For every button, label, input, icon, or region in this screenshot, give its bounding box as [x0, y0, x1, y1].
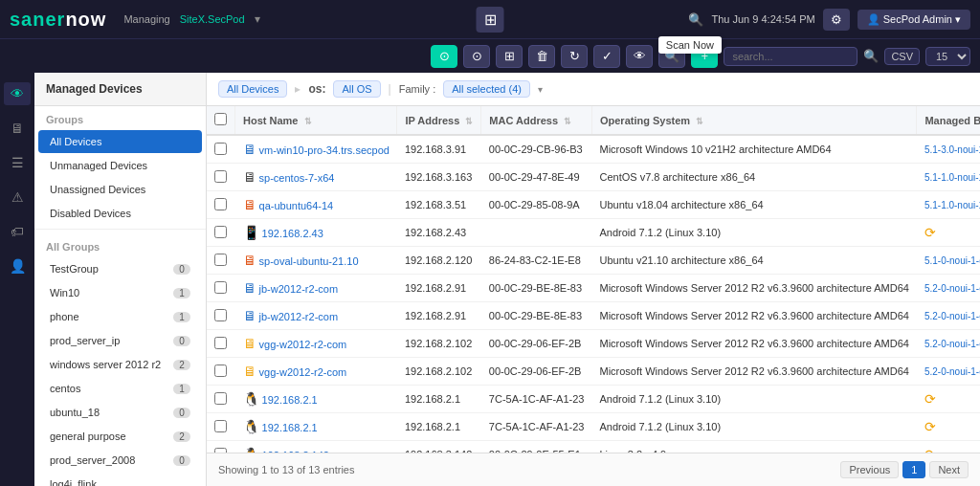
- toolbar-eye-btn[interactable]: 👁: [626, 45, 653, 68]
- managed-by-link[interactable]: 5.2-0-noui-1-exe-x86: [924, 283, 980, 294]
- side-icon-person[interactable]: 👤: [4, 254, 31, 277]
- col-hostname[interactable]: Host Name ⇅: [235, 106, 397, 135]
- search-input[interactable]: [724, 47, 858, 66]
- host-link[interactable]: 192.168.2.1: [262, 422, 318, 433]
- rows-per-page-select[interactable]: 15 25 50: [925, 47, 970, 66]
- managed-by-link[interactable]: 5.1-3.0-noui-1-exe-x86: [924, 144, 980, 155]
- managed-by-link[interactable]: 5.2-0-noui-1-exe-x86: [924, 339, 980, 349]
- side-icon-monitor[interactable]: 🖥: [4, 117, 31, 140]
- sidebar-item-phone[interactable]: phone1: [38, 305, 202, 328]
- toolbar-check-btn[interactable]: ✓: [593, 45, 620, 68]
- managed-by-link[interactable]: 5.2-0-noui-1-exe-x86: [924, 311, 980, 321]
- col-os[interactable]: Operating System ⇅: [591, 106, 916, 135]
- col-mac[interactable]: MAC Address ⇅: [481, 106, 592, 135]
- all-devices-filter[interactable]: All Devices: [218, 80, 287, 98]
- host-link[interactable]: jb-w2012-r2-com: [259, 311, 339, 322]
- sidebar-item-centos[interactable]: centos1: [38, 377, 202, 400]
- group-label: log4j_flink: [50, 478, 97, 486]
- row-checkbox[interactable]: [214, 226, 227, 238]
- groups-list: TestGroup0Win101phone1prod_server_ip0win…: [34, 257, 206, 486]
- table-row: 🐧 192.168.3.142 192.168.3.142 00-0C-29-0…: [207, 441, 980, 453]
- search-nav-icon[interactable]: 🔍: [688, 12, 703, 27]
- host-link[interactable]: sp-centos-7-x64: [259, 172, 335, 184]
- toolbar-refresh-btn[interactable]: ↻: [561, 45, 588, 68]
- linux-icon: 🐧: [243, 391, 259, 407]
- os-cell: Microsoft Windows Server 2012 R2 v6.3.96…: [591, 330, 916, 358]
- row-checkbox[interactable]: [214, 254, 227, 266]
- toolbar-assess-btn[interactable]: ⊙: [463, 45, 490, 68]
- host-link[interactable]: vm-win10-pro-34.trs.secpod: [259, 144, 390, 156]
- nav-right: 🔍 Thu Jun 9 4:24:54 PM ⚙ 👤 SecPod Admin …: [688, 9, 970, 31]
- row-checkbox[interactable]: [214, 281, 227, 294]
- row-checkbox[interactable]: [214, 364, 227, 377]
- row-checkbox[interactable]: [214, 309, 227, 321]
- sidebar-item-log4j_flink[interactable]: log4j_flink: [38, 473, 202, 486]
- mac-cell: 00-0C-29-CB-96-B3: [481, 135, 592, 164]
- sort-ip-icon: ⇅: [465, 117, 473, 126]
- table-container: Host Name ⇅ IP Address ⇅ MAC Address ⇅ O…: [207, 106, 980, 453]
- os-cell: Ubuntu v21.10 architecture x86_64: [591, 247, 916, 275]
- grid-menu-button[interactable]: ⊞: [477, 7, 504, 33]
- date-time: Thu Jun 9 4:24:54 PM: [711, 13, 814, 25]
- settings-button[interactable]: ⚙: [823, 9, 850, 31]
- managed-by-link[interactable]: 5.1-1.0-noui-1-dpkg-x64: [924, 200, 980, 210]
- table-footer: Showing 1 to 13 of 13 entries Previous 1…: [207, 453, 980, 486]
- sidebar-item-windows-server-2012-r2[interactable]: windows server 2012 r22: [38, 353, 202, 376]
- host-link[interactable]: 192.168.2.43: [262, 228, 323, 239]
- managed-by-link[interactable]: 5.2-0-noui-1-exe-x86: [924, 366, 980, 377]
- family-dropdown-icon[interactable]: ▾: [538, 84, 543, 95]
- row-checkbox[interactable]: [214, 337, 227, 349]
- row-checkbox[interactable]: [214, 420, 227, 432]
- family-filter-value[interactable]: All selected (4): [443, 80, 530, 98]
- site-dropdown-icon[interactable]: ▾: [255, 12, 260, 26]
- host-cell: 🖥 qa-ubuntu64-14: [235, 191, 397, 219]
- group-label: prod_server_ip: [50, 335, 120, 346]
- sidebar-item-win10[interactable]: Win101: [38, 281, 202, 304]
- host-link[interactable]: sp-oval-ubuntu-21.10: [259, 255, 359, 267]
- os-cell: Android 7.1.2 (Linux 3.10): [591, 413, 916, 441]
- groups-panel-header: Managed Devices: [34, 73, 206, 106]
- sidebar-item-prod_server_2008[interactable]: prod_server_20080: [38, 449, 202, 472]
- managed-by-link[interactable]: 5.1-0-noui-1-dpkg-x64: [924, 255, 980, 266]
- os-filter-value[interactable]: All OS: [333, 80, 380, 98]
- previous-page-button[interactable]: Previous: [840, 461, 899, 478]
- side-icon-alert[interactable]: ⚠: [4, 186, 31, 209]
- managed-by-cell: ⟳: [917, 386, 980, 413]
- sidebar-item-prod_server_ip[interactable]: prod_server_ip0: [38, 329, 202, 352]
- row-checkbox-cell: [207, 302, 235, 330]
- host-link[interactable]: qa-ubuntu64-14: [259, 200, 334, 211]
- col-managed-by[interactable]: Managed By ⇅: [917, 106, 980, 135]
- sidebar-item-testgroup[interactable]: TestGroup0: [38, 257, 202, 280]
- managed-by-link[interactable]: 5.1-1.0-noui-1-rpm-x64: [924, 172, 980, 183]
- sidebar-item-general-purpose[interactable]: general purpose2: [38, 425, 202, 448]
- toolbar-monitor-btn[interactable]: ⊙: [431, 45, 457, 68]
- sidebar-item-all-devices[interactable]: All Devices: [38, 130, 202, 153]
- side-icon-tag[interactable]: 🏷: [4, 220, 31, 243]
- ip-cell: 192.168.2.102: [397, 330, 481, 358]
- row-checkbox[interactable]: [214, 170, 227, 183]
- csv-button[interactable]: CSV: [884, 48, 920, 65]
- select-all-checkbox[interactable]: [214, 113, 227, 125]
- next-page-button[interactable]: Next: [929, 461, 969, 478]
- sidebar-item-disabled[interactable]: Disabled Devices: [38, 202, 202, 225]
- side-icon-eye[interactable]: 👁: [4, 82, 31, 105]
- user-menu-button[interactable]: 👤 SecPod Admin ▾: [858, 10, 970, 30]
- side-icon-list[interactable]: ☰: [4, 151, 31, 174]
- sidebar-item-unassigned[interactable]: Unassigned Devices: [38, 178, 202, 201]
- row-checkbox[interactable]: [214, 198, 227, 210]
- row-checkbox-cell: [207, 413, 235, 441]
- host-link[interactable]: vgg-w2012-r2-com: [259, 366, 347, 378]
- sidebar-item-unmanaged[interactable]: Unmanaged Devices: [38, 154, 202, 177]
- row-checkbox[interactable]: [214, 143, 227, 155]
- row-checkbox[interactable]: [214, 392, 227, 405]
- host-link[interactable]: vgg-w2012-r2-com: [259, 339, 347, 350]
- host-link[interactable]: jb-w2012-r2-com: [259, 283, 339, 295]
- mac-cell: 7C-5A-1C-AF-A1-23: [481, 413, 592, 441]
- col-ip[interactable]: IP Address ⇅: [397, 106, 481, 135]
- sidebar-item-ubuntu_18[interactable]: ubuntu_180: [38, 401, 202, 424]
- page-1-button[interactable]: 1: [902, 461, 925, 478]
- site-name[interactable]: SiteX.SecPod: [180, 13, 245, 25]
- toolbar-delete-btn[interactable]: 🗑: [528, 45, 555, 68]
- host-link[interactable]: 192.168.2.1: [262, 394, 318, 406]
- toolbar-grid-btn[interactable]: ⊞: [496, 45, 523, 68]
